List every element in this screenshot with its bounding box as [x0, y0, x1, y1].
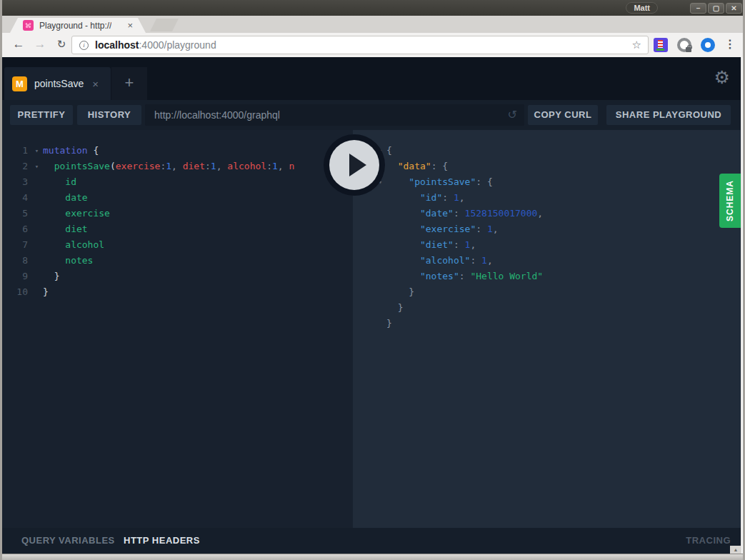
fold-arrow-icon — [31, 206, 43, 221]
play-triangle-icon — [349, 154, 366, 176]
browser-toolbar: ← → ↻ i localhost:4000/playground ☆ ⋮ — [0, 33, 745, 57]
url-text[interactable]: localhost:4000/playground — [95, 39, 216, 51]
settings-gear-icon[interactable]: ⚙ — [714, 67, 730, 88]
fold-arrow-icon — [31, 284, 43, 300]
query-editor-code[interactable]: 1▾mutation {2▾ pointsSave(exercise:1, di… — [2, 130, 353, 300]
result-line: "notes": "Hello World" — [374, 269, 741, 284]
privacy-extension-icon[interactable] — [677, 38, 691, 52]
endpoint-url: http://localhost:4000/graphql — [154, 109, 280, 121]
line-number: 5 — [2, 206, 31, 221]
browser-tab[interactable]: Playground - http:// × — [10, 18, 146, 33]
browser-menu-icon[interactable]: ⋮ — [721, 33, 739, 57]
fold-arrow-icon — [374, 269, 386, 284]
response-pane: ▾{▾ "data": {▾ "pointsSave": { "id": 1, … — [353, 130, 741, 528]
schema-tab-label: SCHEMA — [725, 180, 735, 221]
reload-icon[interactable]: ↻ — [51, 33, 71, 57]
code-text: date — [43, 190, 88, 206]
url-host: localhost — [95, 39, 139, 51]
code-text: } — [386, 300, 403, 316]
result-line: } — [374, 284, 741, 300]
session-tab-pointsSave[interactable]: M pointsSave × — [4, 67, 111, 100]
tab-close-icon[interactable]: × — [127, 20, 133, 31]
session-tab-close-icon[interactable]: × — [92, 78, 99, 90]
fold-arrow-icon — [31, 269, 43, 284]
site-info-icon[interactable]: i — [79, 41, 89, 50]
session-tab-title: pointsSave — [34, 78, 84, 89]
fold-arrow-icon[interactable]: ▾ — [31, 159, 43, 174]
code-text: mutation { — [43, 143, 99, 159]
bookmark-star-icon[interactable]: ☆ — [632, 39, 641, 51]
maximize-button[interactable]: ▢ — [708, 3, 724, 14]
code-text: } — [43, 269, 59, 284]
username-label: Matt — [626, 2, 658, 14]
code-text: id — [43, 174, 76, 190]
mutation-badge: M — [12, 76, 27, 91]
editor-line: 8 notes — [2, 253, 353, 269]
endpoint-reload-icon[interactable]: ↺ — [508, 104, 517, 126]
copy-curl-button[interactable]: COPY CURL — [528, 105, 598, 125]
new-tab-button[interactable] — [150, 19, 179, 31]
share-playground-button[interactable]: SHARE PLAYGROUND — [606, 105, 731, 125]
browser-tab-title: Playground - http:// — [39, 21, 111, 31]
result-line: "exercise": 1, — [374, 221, 741, 237]
fold-arrow-icon — [31, 190, 43, 206]
fold-arrow-icon — [374, 253, 386, 269]
query-variables-tab[interactable]: QUERY VARIABLES — [21, 528, 115, 554]
fold-arrow-icon — [374, 190, 386, 206]
history-button[interactable]: HISTORY — [77, 105, 141, 125]
fold-arrow-icon — [374, 300, 386, 316]
query-editor-pane[interactable]: 1▾mutation {2▾ pointsSave(exercise:1, di… — [2, 130, 353, 528]
line-number: 8 — [2, 253, 31, 269]
playground-toolbar: PRETTIFY HISTORY http://localhost:4000/g… — [2, 100, 743, 130]
schema-side-tab[interactable]: SCHEMA — [719, 174, 741, 228]
editor-line: 4 date — [2, 190, 353, 206]
code-text: notes — [43, 253, 93, 269]
code-text: "alcohol": 1, — [386, 253, 493, 269]
close-window-button[interactable]: ✕ — [726, 3, 742, 14]
code-text: pointsSave(exercise:1, diet:1, alcohol:1… — [43, 159, 294, 174]
code-text: } — [386, 316, 392, 331]
line-number: 3 — [2, 174, 31, 190]
http-headers-tab[interactable]: HTTP HEADERS — [124, 528, 200, 554]
add-session-tab-button[interactable]: + — [111, 67, 147, 100]
os-title-bar: Matt – ▢ ✕ — [0, 0, 745, 16]
result-line: "id": 1, — [374, 190, 741, 206]
code-text: "date": 1528150017000, — [386, 206, 543, 221]
lighthouse-base — [656, 49, 664, 51]
result-line: "alcohol": 1, — [374, 253, 741, 269]
url-path: :4000/playground — [139, 39, 216, 51]
code-text: "diet": 1, — [386, 237, 476, 253]
response-json: ▾{▾ "data": {▾ "pointsSave": { "id": 1, … — [353, 130, 741, 331]
prettify-button[interactable]: PRETTIFY — [10, 105, 73, 125]
line-number: 6 — [2, 221, 31, 237]
page-scrollbar[interactable] — [741, 57, 745, 554]
result-line: "diet": 1, — [374, 237, 741, 253]
editor-line: 7 alcohol — [2, 237, 353, 253]
fold-arrow-icon[interactable]: ▾ — [31, 143, 43, 159]
fold-arrow-icon — [374, 206, 386, 221]
playground-bottom-bar: QUERY VARIABLES HTTP HEADERS TRACING — [2, 528, 741, 554]
fold-arrow-icon — [374, 221, 386, 237]
result-line: ▾{ — [374, 143, 741, 159]
editor-line: 9 } — [2, 269, 353, 284]
lighthouse-extension-icon[interactable] — [654, 38, 668, 52]
playground-page: M pointsSave × + ⚙ PRETTIFY HISTORY http… — [2, 57, 743, 554]
line-number: 4 — [2, 190, 31, 206]
endpoint-input[interactable]: http://localhost:4000/graphql↺ — [145, 104, 524, 126]
line-number: 9 — [2, 269, 31, 284]
address-bar[interactable]: i localhost:4000/playground ☆ — [71, 36, 649, 54]
code-text: "data": { — [386, 159, 448, 174]
tracing-tab[interactable]: TRACING — [686, 528, 731, 554]
fold-arrow-icon — [31, 253, 43, 269]
execute-play-button[interactable] — [324, 134, 385, 196]
lighthouse-tower — [658, 40, 663, 48]
fold-arrow-icon — [31, 221, 43, 237]
back-icon[interactable]: ← — [9, 33, 29, 57]
minimize-button[interactable]: – — [690, 3, 706, 14]
editor-line: 5 exercise — [2, 206, 353, 221]
code-text: diet — [43, 221, 88, 237]
code-text: { — [386, 143, 392, 159]
code-text: "id": 1, — [386, 190, 465, 206]
window-bottom-border — [2, 554, 745, 560]
blue-circle-extension-icon[interactable] — [701, 38, 715, 52]
